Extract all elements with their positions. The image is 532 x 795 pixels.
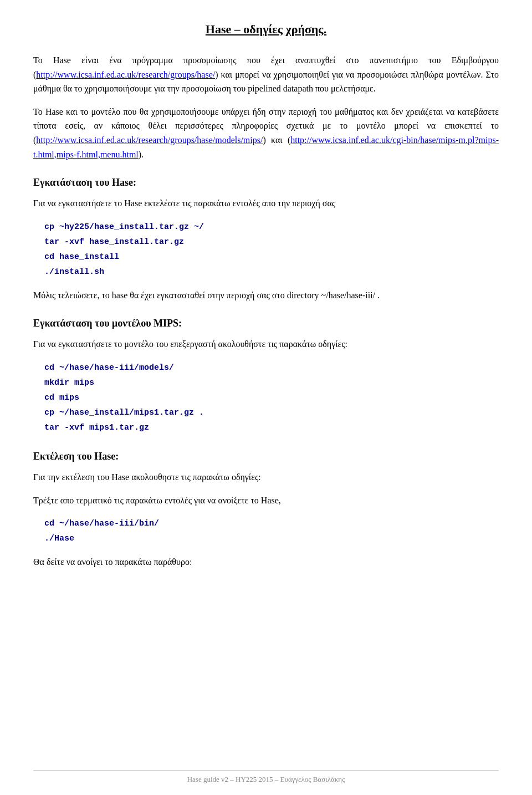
code-block-1: cp ~hy225/hase_install.tar.gz ~/ tar -xv… [44,220,499,279]
intro-link-1[interactable]: http://www.icsa.inf.ed.ac.uk/research/gr… [36,70,215,79]
code-line-1-4: ./install.sh [44,264,499,279]
footer: Hase guide v2 – HY225 2015 – Ευάγγελος Β… [33,770,499,784]
section1-intro: Για να εγκαταστήσετε το Hase εκτελέστε τ… [33,196,499,211]
section3-note: Τρέξτε απο τερματικό τις παρακάτω εντολέ… [33,493,499,508]
paragraph-2: Το Hase και το μοντέλο που θα χρησιμοποι… [33,105,499,161]
section2-intro: Για να εγκαταστήσετε το μοντέλο του επεξ… [33,337,499,351]
page-title: Hase – οδηγίες χρήσης. [33,22,499,37]
code-line-2-3: cd mips [44,390,499,405]
section2-heading: Εγκατάσταση του μοντέλου MIPS: [33,318,499,329]
code-line-1-2: tar -xvf hase_install.tar.gz [44,235,499,249]
code-block-2: cd ~/hase/hase-iii/models/ mkdir mips cd… [44,360,499,435]
code-line-2-2: mkdir mips [44,375,499,390]
section3-intro: Για την εκτέλεση του Hase ακολουθηστε τι… [33,470,499,485]
section3-end: Θα δείτε να ανοίγει το παρακάτω παράθυρο… [33,555,499,569]
code-line-1-3: cd hase_install [44,249,499,264]
code-line-1-1: cp ~hy225/hase_install.tar.gz ~/ [44,220,499,235]
section1-heading: Εγκατάσταση του Hase: [33,177,499,188]
code-line-3-1: cd ~/hase/hase-iii/bin/ [44,516,499,531]
para2-link1[interactable]: http://www.icsa.inf.ed.ac.uk/research/gr… [36,135,263,145]
code-line-2-4: cp ~/hase_install/mips1.tar.gz . [44,405,499,420]
code-block-3: cd ~/hase/hase-iii/bin/ ./Hase [44,516,499,546]
para2-end: ). [139,150,144,159]
para2-mid: ) και ( [263,135,290,145]
code-line-2-5: tar -xvf mips1.tar.gz [44,420,499,435]
code-line-3-2: ./Hase [44,531,499,546]
section3-heading: Εκτέλεση του Hase: [33,451,499,462]
section1-note: Μόλις τελειώσετε, το hase θα έχει εγκατα… [33,288,499,303]
code-line-2-1: cd ~/hase/hase-iii/models/ [44,360,499,375]
intro-paragraph: Το Hase είναι ένα πρόγραμμα προσομοίωσης… [33,53,499,96]
